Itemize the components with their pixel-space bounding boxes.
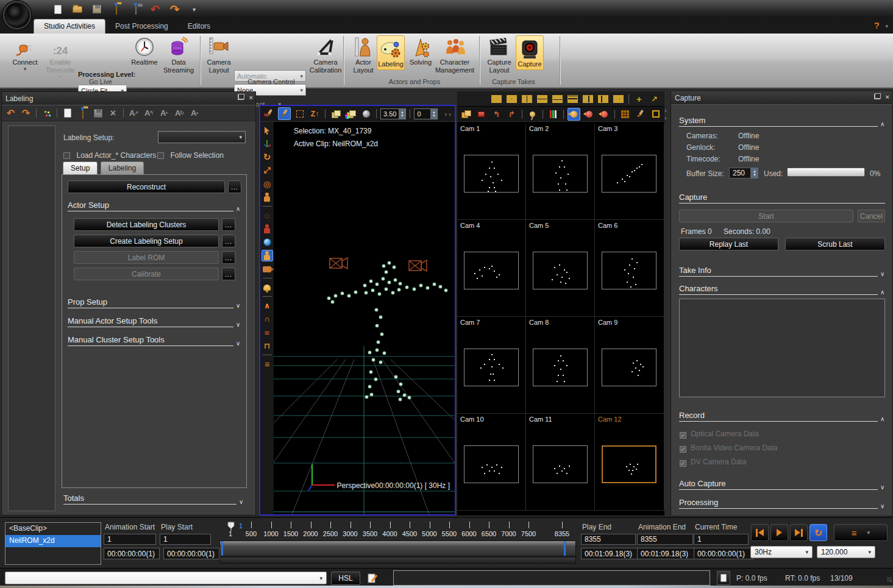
detect-labeling-clusters-button[interactable]: Detect Labeling Clusters xyxy=(74,218,219,231)
motion-marker[interactable] xyxy=(383,352,386,355)
create-labeling-setup-button[interactable]: Create Labeling Setup xyxy=(74,235,219,247)
curve-tool-icon[interactable]: ∩ xyxy=(261,313,273,325)
toolbar-overflow-arrows[interactable]: › › xyxy=(664,107,668,121)
motion-marker[interactable] xyxy=(379,361,382,364)
label-tool-1-icon[interactable]: A↗ xyxy=(127,107,140,119)
buffer-size-input[interactable]: 250 xyxy=(729,168,751,179)
timeline-scrollbar[interactable] xyxy=(219,557,576,564)
characters-section-header[interactable]: Characters ∧ xyxy=(679,284,885,293)
capture-float-icon[interactable] xyxy=(874,93,881,99)
labeling-panel-header[interactable]: Labeling × xyxy=(2,92,255,105)
camera-cell-cam-5[interactable]: Cam 5 xyxy=(526,220,595,317)
lasso-tool-icon[interactable]: ◌ xyxy=(261,210,273,221)
marker-cloud-icon[interactable] xyxy=(40,107,53,119)
motion-marker[interactable] xyxy=(405,286,408,289)
layout-main-corner-icon[interactable] xyxy=(612,93,625,105)
perspective-viewport-pane[interactable]: ×Z↑3.50▲▼0▲▼› › ↻⤢◎◌∧∩≈⊓≡ xyxy=(259,105,456,515)
character-management-button[interactable]: Character Management xyxy=(434,35,475,74)
motion-marker[interactable] xyxy=(363,284,366,287)
scale-tool-icon[interactable]: ⤢ xyxy=(261,165,273,176)
list-tool-icon[interactable]: ≡ xyxy=(261,358,273,370)
motion-marker[interactable] xyxy=(365,395,368,398)
key-angle-tool-icon[interactable]: ∧ xyxy=(261,300,273,311)
marker-mode-alt-icon[interactable] xyxy=(598,108,611,121)
connect-button[interactable]: Connect ▾ xyxy=(7,35,43,71)
loop-button[interactable]: ↻ xyxy=(809,524,827,541)
layout-two-vertical-icon[interactable] xyxy=(521,93,533,105)
layout-two-horizontal-icon[interactable] xyxy=(536,93,549,105)
motion-marker[interactable] xyxy=(388,281,391,284)
label-tool-5-icon[interactable]: A× xyxy=(188,107,201,119)
brush-delete-icon[interactable]: × xyxy=(263,107,276,120)
play-button[interactable] xyxy=(770,524,788,541)
motion-marker[interactable] xyxy=(372,358,375,361)
motion-marker[interactable] xyxy=(379,316,382,319)
color-layers-icon[interactable] xyxy=(344,107,357,120)
motion-marker[interactable] xyxy=(439,285,442,288)
motion-marker[interactable] xyxy=(394,375,397,378)
record-checkbox-bonita-video-camera-data[interactable]: ✓Bonita Video Camera Data xyxy=(680,442,778,453)
sphere-icon[interactable] xyxy=(360,107,372,120)
motion-marker[interactable] xyxy=(399,383,402,386)
motion-marker[interactable] xyxy=(365,291,368,294)
actor-tool-icon[interactable] xyxy=(261,191,273,203)
actor-setup-section-header[interactable]: Actor Setup ∧ xyxy=(68,200,241,210)
log-page-icon[interactable] xyxy=(717,571,730,585)
clip-row[interactable]: NeilROM_x2d xyxy=(5,535,101,547)
auto-capture-section-header[interactable]: Auto Capture ∨ xyxy=(679,479,885,488)
clip-row[interactable]: <BaseClip> xyxy=(5,523,101,535)
export-icon[interactable]: ▼ xyxy=(129,3,142,16)
help-icon[interactable]: ? xyxy=(874,20,880,30)
enable-timecode-button[interactable]: :24 Enable Timecode ▾ xyxy=(43,35,78,79)
motion-marker[interactable] xyxy=(385,288,388,291)
brush-icon[interactable] xyxy=(278,107,291,120)
manual-cluster-setup-tools-section-header[interactable]: Manual Cluster Setup Tools∨ xyxy=(68,335,241,344)
checkbox-box[interactable]: ✓ xyxy=(680,432,686,439)
alert-tool-icon[interactable] xyxy=(261,282,273,293)
load-actor-checkbox-box[interactable] xyxy=(63,152,70,159)
play-end-input[interactable]: 8355 xyxy=(581,534,636,545)
motion-marker[interactable] xyxy=(368,351,371,354)
motion-marker[interactable] xyxy=(382,277,385,280)
load-actor-checkbox[interactable]: Load Actor_* Characters xyxy=(63,149,156,160)
capture-close-icon[interactable]: × xyxy=(886,93,889,101)
motion-marker[interactable] xyxy=(433,283,436,286)
marquee-select-icon[interactable] xyxy=(293,107,306,120)
current-time-input[interactable]: 1 xyxy=(694,534,749,545)
capture-section-header[interactable]: Capture xyxy=(679,193,885,202)
camera-cell-cam-8[interactable]: Cam 8 xyxy=(526,317,595,414)
motion-marker[interactable] xyxy=(403,394,406,397)
go-to-start-button[interactable] xyxy=(751,524,769,541)
copy-layers-icon[interactable] xyxy=(329,107,342,120)
float-panel-icon[interactable] xyxy=(238,94,244,100)
replay-last-button[interactable]: Replay Last xyxy=(679,238,778,250)
help-caret-icon[interactable]: ▾ xyxy=(885,23,888,29)
motion-marker[interactable] xyxy=(399,398,402,401)
animation-end-timecode[interactable]: 00:01:09.18(3) xyxy=(637,548,698,559)
save-setup-icon[interactable] xyxy=(91,107,104,119)
pin-view-icon[interactable] xyxy=(526,108,539,121)
paint-view-icon[interactable] xyxy=(634,108,647,121)
animation-start-timecode[interactable]: 00:00:00:00(1) xyxy=(104,548,160,559)
pivot-tool-icon[interactable]: ◎ xyxy=(261,178,273,190)
clip-list[interactable]: <BaseClip>NeilROM_x2d xyxy=(5,522,101,565)
close-panel-icon[interactable]: × xyxy=(249,94,253,101)
open-file-icon[interactable] xyxy=(71,3,84,16)
motion-marker[interactable] xyxy=(334,294,337,297)
play-start-input[interactable]: 1 xyxy=(160,534,211,545)
add-view-icon[interactable]: + xyxy=(633,93,646,105)
motion-marker[interactable] xyxy=(374,378,377,381)
reconstruct-options-button[interactable]: ... xyxy=(228,180,241,193)
tab-labeling[interactable]: Labeling xyxy=(101,161,144,174)
labeling-button[interactable]: Labeling xyxy=(377,35,405,70)
scene-camera-1-icon[interactable] xyxy=(327,255,348,273)
motion-marker[interactable] xyxy=(327,297,330,300)
options-button[interactable]: ... xyxy=(222,218,235,231)
motion-marker[interactable] xyxy=(419,284,422,287)
labeling-list-box[interactable] xyxy=(8,126,55,511)
main-tab-editors[interactable]: Editors xyxy=(178,19,220,34)
record-checkbox-optical-camera-data[interactable]: ✓Optical Camera Data xyxy=(680,428,759,439)
layout-main-top-icon[interactable] xyxy=(551,93,564,105)
panel-undo-icon[interactable]: ↶ xyxy=(4,107,17,119)
motion-marker[interactable] xyxy=(397,288,400,291)
